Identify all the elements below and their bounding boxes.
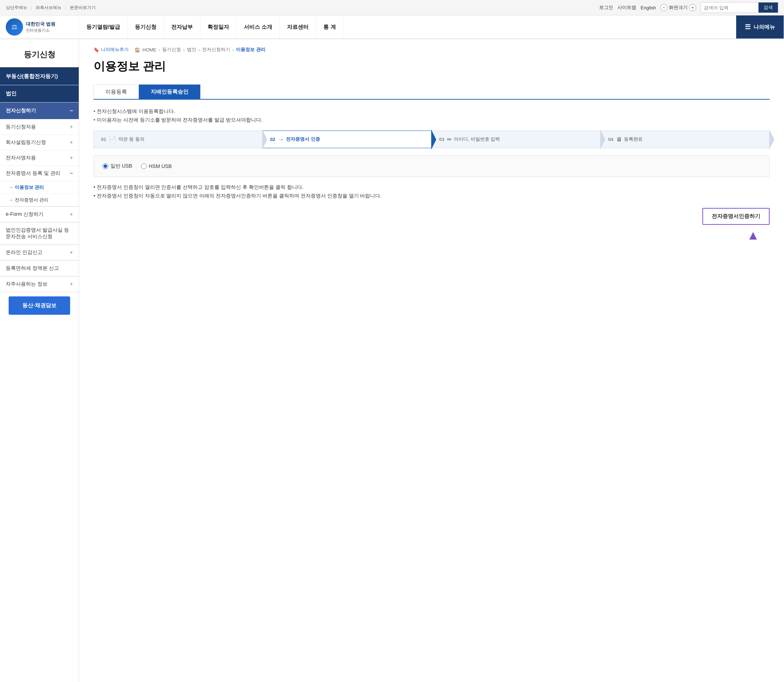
page-title: 이용정보 관리	[94, 59, 770, 75]
add-my-menu-link[interactable]: 🔖 나의메뉴추가	[94, 46, 129, 53]
notice-item-1: 전자증명서 인증창이 자동으로 열리지 않으면 아래의 전자증명서인증하기 버튼…	[94, 193, 770, 199]
sidebar-item-real-estate[interactable]: 부동산(통합전자등기)	[0, 68, 79, 85]
breadcrumb: 🔖 나의메뉴추가 🏠 HOME › 등기신청 › 법인 › 전자신청하기 › 이…	[94, 46, 770, 53]
top-nav-left-menu[interactable]: 좌측서브메뉴	[36, 5, 66, 11]
sitemap-link[interactable]: 사이트맵	[617, 4, 636, 11]
collapse-icon-cert: −	[70, 170, 73, 177]
info-item-0: 전자신청시스템에 이용등록합니다.	[94, 108, 770, 115]
sidebar-label-online-report: 온라인 인감신고	[6, 249, 43, 256]
sidebar-item-eform[interactable]: e-Form 신청하기 +	[0, 207, 79, 222]
nav-item-stats[interactable]: 통 계	[316, 16, 343, 38]
step-3-icon: ✏	[447, 136, 452, 143]
breadcrumb-item-1[interactable]: 법인	[187, 46, 196, 53]
sidebar-item-user-info[interactable]: 이용정보 관리	[0, 181, 79, 193]
bottom-nav-button[interactable]: 동산·채권담보	[9, 296, 70, 315]
sidebar-section-online-report: 온라인 인감신고 +	[0, 245, 79, 260]
radio-general-usb-label: 일반 USB	[110, 163, 132, 169]
nav-item-registration[interactable]: 등기신청	[127, 16, 164, 38]
breadcrumb-current: 이용정보 관리	[236, 46, 265, 53]
my-menu-button[interactable]: ☰ 나의메뉴	[736, 16, 784, 38]
notice-item-0: 전자증명서 인증창이 열리면 인증서를 선택하고 암호를 입력하신 후 확인버튼…	[94, 184, 770, 191]
main-content: 🔖 나의메뉴추가 🏠 HOME › 등기신청 › 법인 › 전자신청하기 › 이…	[79, 39, 784, 682]
cert-auth-button[interactable]: 전자증명서인증하기	[702, 208, 770, 225]
nav-item-payment[interactable]: 전자납부	[164, 16, 200, 38]
sidebar-item-online-report[interactable]: 온라인 인감신고 +	[0, 245, 79, 260]
step-3-num: 03	[439, 137, 444, 142]
step-3: 03 ✏ 아이디, 비밀번호 입력	[432, 131, 601, 148]
nav-item-service[interactable]: 서비스 소개	[237, 16, 280, 38]
radio-hsm-usb[interactable]: HSM USB	[141, 163, 172, 169]
sidebar-label-frequently-used: 자주사용하는 정보	[6, 281, 48, 287]
step-1-icon: 📄	[109, 136, 116, 143]
radio-hsm-usb-label: HSM USB	[149, 163, 172, 169]
expand-icon-online-report: +	[70, 249, 73, 256]
sidebar-item-corporation[interactable]: 법인	[0, 85, 79, 102]
sidebar-section-corporation: 법인	[0, 85, 79, 102]
top-bar-left: 상단주메뉴 좌측서브메뉴 본문바로가기	[6, 5, 96, 11]
tab-registration[interactable]: 이용등록	[94, 84, 139, 99]
sidebar-item-reg-user[interactable]: 등기신청자용 +	[0, 119, 79, 134]
sidebar-item-corp-cert[interactable]: 법인인감증명서 발급사실 등 문자전송 서비스신청	[0, 222, 79, 244]
step-2-icon: →	[278, 136, 284, 143]
top-bar-right: 로그인 사이트맵 English − 화면크기 + 검색	[599, 2, 778, 13]
sidebar-section-tax-report: 등록면허세 정액분 신고	[0, 260, 79, 276]
search-input[interactable]	[701, 3, 759, 12]
sidebar-item-cert-manage[interactable]: 전자증명서 등록 및 관리 −	[0, 166, 79, 181]
sidebar-item-esign-user[interactable]: 전자서명자용 +	[0, 150, 79, 166]
logo-line2: 인터넷등기소	[26, 28, 56, 33]
home-icon: 🏠	[134, 47, 140, 53]
my-menu-label: 나의메뉴	[754, 24, 775, 30]
usb-type-selection: 일반 USB HSM USB	[94, 155, 770, 177]
sidebar-item-online-apply[interactable]: 전자신청하기 −	[0, 102, 79, 119]
font-decrease-button[interactable]: −	[660, 4, 668, 11]
hamburger-icon: ☰	[745, 23, 751, 31]
page-layout: 등기신청 부동산(통합전자등기) 법인 전자신청하기 − 등기신청자용 +	[0, 39, 784, 682]
sidebar-section-online-apply: 전자신청하기 − 등기신청자용 + 회사설립등기신청 + 전자서명자용 + 전자…	[0, 102, 79, 207]
header: ⚖ 대한민국 법원 인터넷등기소 등기열람/발급 등기신청 전자납부 확정일자 …	[0, 16, 784, 39]
add-my-menu-label: 나의메뉴추가	[101, 46, 129, 53]
step-3-label: 아이디, 비밀번호 입력	[454, 136, 500, 142]
sidebar-label-corporation: 법인	[6, 90, 16, 97]
login-link[interactable]: 로그인	[599, 4, 613, 11]
step-4-num: 04	[608, 137, 613, 142]
sidebar-label-company-reg: 회사설립등기신청	[6, 139, 46, 146]
sidebar-item-frequently-used[interactable]: 자주사용하는 정보 +	[0, 276, 79, 292]
radio-general-usb[interactable]: 일반 USB	[102, 163, 132, 169]
nav-item-real-estate[interactable]: 등기열람/발급	[79, 16, 127, 38]
sidebar-item-cert-management[interactable]: 전자증명서 관리	[0, 193, 79, 206]
english-link[interactable]: English	[641, 5, 656, 10]
expand-icon-frequently: +	[70, 281, 73, 287]
step-1-num: 01	[101, 137, 106, 142]
radio-hsm-usb-input[interactable]	[141, 163, 147, 169]
nav-item-resource[interactable]: 자료센터	[280, 16, 316, 38]
nav-item-confirmation[interactable]: 확정일자	[200, 16, 237, 38]
step-4: 04 🖥 등록완료	[601, 131, 770, 148]
bookmark-icon: 🔖	[94, 47, 99, 53]
tab-approval[interactable]: 지배인등록승인	[139, 84, 200, 99]
sidebar-label-corp-cert: 법인인감증명서 발급사실 등 문자전송 서비스신청	[6, 227, 73, 240]
top-nav-main-menu[interactable]: 상단주메뉴	[6, 5, 32, 11]
expand-icon-company-reg: +	[70, 139, 73, 146]
sidebar-label-cert-manage: 전자증명서 등록 및 관리	[6, 170, 61, 177]
breadcrumb-item-0[interactable]: 등기신청	[162, 46, 181, 53]
font-increase-button[interactable]: +	[689, 4, 696, 11]
expand-icon-reg-user: +	[70, 124, 73, 130]
radio-general-usb-input[interactable]	[102, 163, 108, 169]
step-2-num: 02	[270, 137, 275, 142]
sidebar-item-company-reg[interactable]: 회사설립등기신청 +	[0, 134, 79, 150]
arrow-up-icon: ▲	[747, 228, 760, 243]
main-navigation: 등기열람/발급 등기신청 전자납부 확정일자 서비스 소개 자료센터 통 계 ☰…	[79, 16, 784, 38]
sidebar-label-esign-user: 전자서명자용	[6, 155, 36, 161]
sidebar-label-real-estate: 부동산(통합전자등기)	[6, 73, 58, 80]
sidebar-item-tax-report[interactable]: 등록면허세 정액분 신고	[0, 260, 79, 276]
search-button[interactable]: 검색	[759, 3, 778, 13]
breadcrumb-item-2[interactable]: 전자신청하기	[202, 46, 230, 53]
info-item-1: 미이용자는 사전에 등기소를 방문하여 전자증명서를 발급 받으셔야합니다.	[94, 117, 770, 123]
font-label: 화면크기	[669, 4, 688, 11]
sidebar: 등기신청 부동산(통합전자등기) 법인 전자신청하기 − 등기신청자용 +	[0, 39, 79, 682]
logo-symbol: ⚖	[11, 23, 17, 31]
top-nav-skip-content[interactable]: 본문바로가기	[70, 5, 96, 11]
steps-container: 01 📄 약관 등 동의 02 → 전자증명서 인증 03 ✏ 아이디, 비밀번…	[94, 131, 770, 148]
sidebar-section-real-estate: 부동산(통합전자등기)	[0, 68, 79, 85]
top-utility-bar: 상단주메뉴 좌측서브메뉴 본문바로가기 로그인 사이트맵 English − 화…	[0, 0, 784, 16]
